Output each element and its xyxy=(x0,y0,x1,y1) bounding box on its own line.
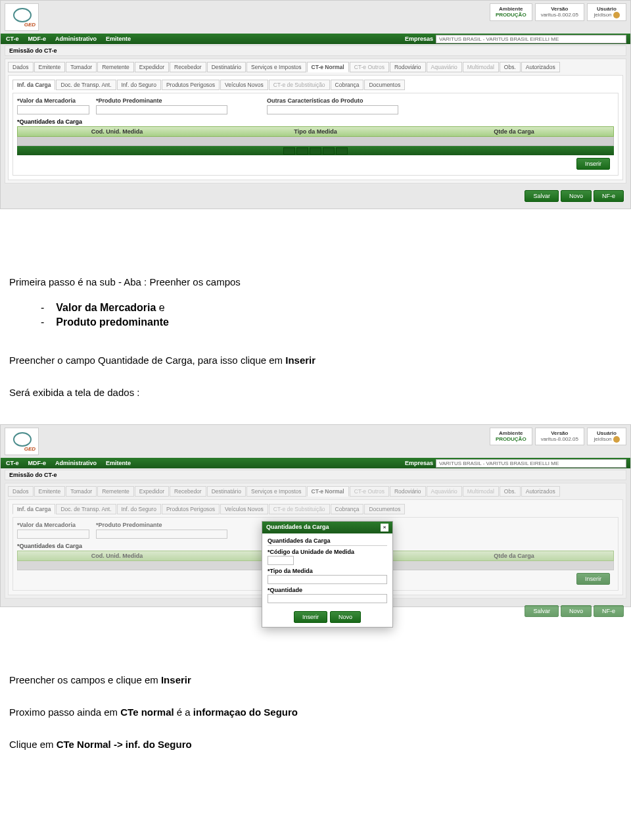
quantidades-grid: Cod. Unid. Medida Tipo da Medida Qtde da… xyxy=(17,126,614,155)
modal-inserir-button[interactable]: Inserir xyxy=(294,611,327,623)
logo: GED xyxy=(5,3,39,31)
modal-codigo-label: *Código da Unidade de Medida xyxy=(268,549,387,555)
app-screenshot-2: GED Ambiente PRODUÇÃO Versão varitus-8.0… xyxy=(0,424,631,607)
tab-tomador[interactable]: Tomador xyxy=(66,62,97,72)
modal-titlebar: Quantidades da Carga × xyxy=(262,522,392,533)
produto-predominante-label: *Produto Predominante xyxy=(96,97,227,104)
grid-header: Cod. Unid. Medida Tipo da Medida Qtde da… xyxy=(17,126,614,137)
tab-destinatario[interactable]: Destinatário xyxy=(207,62,246,72)
nav-emitente-2[interactable]: Emitente xyxy=(106,460,131,466)
subtab-cte-subst[interactable]: CT-e de Substituição xyxy=(269,80,330,90)
pager-prev[interactable] xyxy=(296,147,308,155)
nav-mdfe-2[interactable]: MDF-e xyxy=(28,460,47,466)
col-qtde: Qtde da Carga xyxy=(415,127,613,136)
usuario-box: Usuário jeidison xyxy=(587,3,626,21)
main-nav: CT-e MDF-e Administrativo Emitente Empre… xyxy=(1,34,630,44)
para-6: Clique em CTe Normal -> inf. do Seguro xyxy=(9,737,622,751)
outras-caract-group: Outras Características do Produto xyxy=(267,97,398,114)
tab-aquaviario[interactable]: Aquaviário xyxy=(427,62,462,72)
tab-cte-normal[interactable]: CT-e Normal xyxy=(307,62,349,72)
tab-recebedor[interactable]: Recebedor xyxy=(170,62,206,72)
usuario-value: jeidison xyxy=(593,12,620,18)
modal-tipo-input[interactable] xyxy=(268,575,387,584)
modal-quantidade-label: *Quantidade xyxy=(268,587,387,593)
tab-emitente[interactable]: Emitente xyxy=(34,62,66,72)
nav-admin-2[interactable]: Administrativo xyxy=(55,460,97,466)
header-info-boxes-2: Ambiente PRODUÇÃO Versão varitus-8.002.0… xyxy=(490,428,626,445)
modal-codigo-select[interactable] xyxy=(268,556,294,565)
pager-next[interactable] xyxy=(323,147,335,155)
ambiente-label: Ambiente xyxy=(496,6,526,12)
inserir-button[interactable]: Inserir xyxy=(576,158,610,170)
versao-box: Versão varitus-8.002.05 xyxy=(535,3,584,21)
tab-dados[interactable]: Dados xyxy=(8,62,34,72)
pager-last[interactable] xyxy=(336,147,348,155)
modal-quantidade-input[interactable] xyxy=(268,594,387,603)
subtab-prod-perigosos[interactable]: Produtos Perigosos xyxy=(162,80,220,90)
produto-predominante-input[interactable] xyxy=(96,105,227,114)
subtab-inf-carga[interactable]: Inf. da Carga xyxy=(12,80,55,90)
tab-autorizados[interactable]: Autorizados xyxy=(521,62,560,72)
pager-page[interactable] xyxy=(310,147,321,155)
tab-servicos[interactable]: Serviços e Impostos xyxy=(246,62,306,72)
tab-rodoviario[interactable]: Rodoviário xyxy=(390,62,426,72)
nfe-button[interactable]: NF-e xyxy=(594,190,624,202)
salvar-button-2[interactable]: Salvar xyxy=(525,605,559,617)
modal-novo-button[interactable]: Novo xyxy=(330,611,361,623)
col-tipo-medida: Tipo da Medida xyxy=(216,127,415,136)
field-row-1: *Valor da Mercadoria *Produto Predominan… xyxy=(17,97,614,114)
outras-caract-input[interactable] xyxy=(267,105,398,114)
modal-buttons: Inserir Novo xyxy=(262,607,392,627)
inner-panel: Inf. da Carga Doc. de Transp. Ant. Inf. … xyxy=(8,75,623,180)
subtab-documentos[interactable]: Documentos xyxy=(364,80,405,90)
main-panel: Dados Emitente Tomador Remetente Expedid… xyxy=(5,59,626,184)
nav-cte-2[interactable]: CT-e xyxy=(6,460,19,466)
empresas-selector-2: Empresas VARITUS BRASIL - VARITUS BRASIL… xyxy=(405,459,626,468)
bullet-2: - Produto predominante xyxy=(41,316,622,328)
ambiente-value: PRODUÇÃO xyxy=(496,12,526,18)
inner-tabs: Inf. da Carga Doc. de Transp. Ant. Inf. … xyxy=(12,80,619,90)
modal-body: Quantidades da Carga *Código da Unidade … xyxy=(262,533,392,607)
nav-cte[interactable]: CT-e xyxy=(6,36,19,42)
nfe-button-2[interactable]: NF-e xyxy=(594,605,624,617)
nav-admin[interactable]: Administrativo xyxy=(55,36,97,42)
para-5: Proximo passo ainda em CTe normal é a in… xyxy=(9,705,622,719)
modal-section-label: Quantidades da Carga xyxy=(268,537,387,546)
empresas-select[interactable]: VARITUS BRASIL - VARITUS BRASIL EIRELLI … xyxy=(436,35,626,43)
versao-value: varitus-8.002.05 xyxy=(541,12,578,18)
tab-expedidor[interactable]: Expedidor xyxy=(135,62,169,72)
tab-cte-outros[interactable]: CT-e Outros xyxy=(350,62,389,72)
valor-mercadoria-input[interactable] xyxy=(17,105,89,114)
subtab-veiculos[interactable]: Veículos Novos xyxy=(220,80,268,90)
pager-first[interactable] xyxy=(283,147,295,155)
tab-remetente[interactable]: Remetente xyxy=(97,62,134,72)
footer-buttons: Salvar Novo NF-e xyxy=(1,186,630,209)
subtab-cobranca[interactable]: Cobrança xyxy=(331,80,364,90)
modal-close-button[interactable]: × xyxy=(381,524,388,531)
modal-tipo-label: *Tipo da Medida xyxy=(268,568,387,574)
tab-multimodal[interactable]: Multimodal xyxy=(463,62,499,72)
main-tabs: Dados Emitente Tomador Remetente Expedid… xyxy=(8,62,623,72)
tab-obs[interactable]: Obs. xyxy=(500,62,521,72)
inserir-button-2[interactable]: Inserir xyxy=(576,573,610,585)
versao-label: Versão xyxy=(541,6,578,12)
nav-mdfe[interactable]: MDF-e xyxy=(28,36,47,42)
novo-button[interactable]: Novo xyxy=(561,190,592,202)
subtab-doc-transp[interactable]: Doc. de Transp. Ant. xyxy=(56,80,116,90)
valor-mercadoria-group: *Valor da Mercadoria xyxy=(17,97,89,114)
breadcrumb-2: Emissão do CT-e xyxy=(5,470,626,480)
novo-button-2[interactable]: Novo xyxy=(561,605,592,617)
main-tabs-2: Dados Emitente Tomador Remetente Expedid… xyxy=(8,486,623,497)
empresas-select-2[interactable]: VARITUS BRASIL - VARITUS BRASIL EIRELLI … xyxy=(436,459,626,468)
para-3: Será exibida a tela de dados : xyxy=(9,385,622,399)
para-1: Primeira passo é na sub - Aba : Preenher… xyxy=(9,275,622,289)
subtab-inf-seguro[interactable]: Inf. do Seguro xyxy=(117,80,161,90)
produto-predominante-group: *Produto Predominante xyxy=(96,97,227,114)
outras-caract-label: Outras Características do Produto xyxy=(267,97,398,104)
empresas-label: Empresas xyxy=(405,36,433,42)
logo-2: GED xyxy=(5,428,39,455)
nav-emitente[interactable]: Emitente xyxy=(106,36,131,42)
main-nav-2: CT-e MDF-e Administrativo Emitente Empre… xyxy=(1,458,630,468)
user-icon-2 xyxy=(613,436,620,443)
salvar-button[interactable]: Salvar xyxy=(525,190,559,202)
